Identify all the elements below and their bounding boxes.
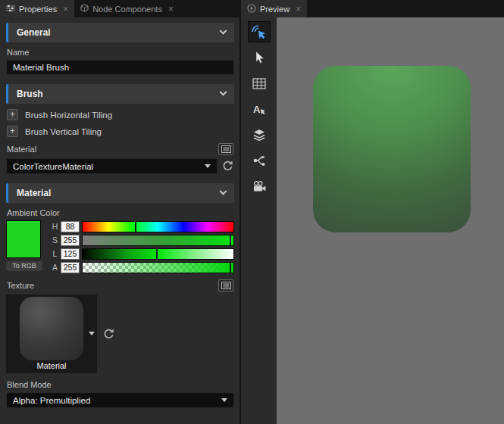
- play-circle-icon: [247, 4, 256, 14]
- close-icon[interactable]: ×: [296, 5, 301, 14]
- to-rgb-button[interactable]: To RGB: [6, 261, 42, 271]
- close-icon[interactable]: ×: [63, 5, 68, 14]
- asset-list-button[interactable]: [218, 143, 233, 155]
- slider-marker[interactable]: [156, 248, 158, 260]
- select-tool[interactable]: [248, 47, 271, 68]
- texture-name: Material: [36, 361, 66, 370]
- node-connections-tool[interactable]: [248, 150, 271, 171]
- tab-preview[interactable]: Preview ×: [241, 0, 307, 17]
- add-property-button[interactable]: +: [7, 126, 18, 137]
- saturation-slider[interactable]: [82, 235, 234, 246]
- texture-label: Texture: [7, 281, 34, 290]
- tab-node-components-label: Node Components: [92, 5, 162, 14]
- properties-panel: Properties × Node Components × General N…: [0, 0, 241, 424]
- svg-text:A: A: [253, 104, 261, 115]
- section-title: Material: [17, 188, 51, 198]
- channel-name: A: [52, 263, 58, 272]
- texture-picker[interactable]: Material: [6, 295, 97, 373]
- cursor-icon: [253, 51, 265, 64]
- close-icon[interactable]: ×: [168, 5, 174, 14]
- slider-marker[interactable]: [230, 261, 231, 274]
- swatch-column: To RGB: [6, 220, 46, 273]
- texture-label-row: Texture: [7, 279, 233, 292]
- preview-panel: Preview × A: [241, 0, 504, 424]
- color-swatch[interactable]: [6, 220, 41, 258]
- alpha-value-input[interactable]: 255: [61, 262, 80, 273]
- slider-marker[interactable]: [230, 234, 231, 247]
- text-cursor-icon: A: [252, 103, 266, 115]
- brush-vertical-tiling-row: + Brush Vertical Tiling: [7, 126, 233, 137]
- alpha-slider[interactable]: [82, 262, 234, 273]
- node-components-icon: [80, 4, 89, 14]
- node-graph-icon: [252, 154, 266, 167]
- lightness-row: L 125: [52, 248, 234, 260]
- properties-body: General Name Material Brush Brush + Brus…: [0, 17, 239, 424]
- texture-row: Material: [6, 295, 234, 373]
- channel-name: L: [52, 249, 58, 258]
- add-property-button[interactable]: +: [7, 109, 18, 120]
- asset-list-button[interactable]: [218, 279, 233, 292]
- channel-name: H: [52, 222, 58, 231]
- section-header-general[interactable]: General: [6, 23, 234, 42]
- blend-mode-dropdown[interactable]: Alpha: Premultiplied: [6, 392, 234, 408]
- section-header-material[interactable]: Material: [6, 183, 234, 203]
- brush-horizontal-tiling-label: Brush Horizontal Tiling: [25, 111, 112, 120]
- preview-viewport[interactable]: [277, 17, 504, 424]
- list-icon: [221, 282, 231, 289]
- material-reset-button[interactable]: [221, 160, 234, 173]
- saturation-value-input[interactable]: 255: [61, 235, 80, 246]
- dropdown-arrow-icon[interactable]: [89, 332, 95, 335]
- section-title: Brush: [17, 89, 43, 99]
- ambient-color-editor: To RGB H 88 S 255 L 125: [6, 220, 234, 273]
- left-tabbar: Properties × Node Components ×: [0, 0, 239, 17]
- material-dropdown-value: ColorTextureMaterial: [13, 162, 93, 171]
- hue-row: H 88: [52, 220, 234, 232]
- slider-marker[interactable]: [135, 220, 136, 233]
- dropdown-arrow-icon: [221, 398, 227, 402]
- grid-icon: [252, 78, 266, 89]
- preview-toolbar: A: [241, 17, 277, 424]
- name-label: Name: [7, 48, 233, 57]
- layers-icon: [252, 129, 266, 142]
- grid-tool[interactable]: [248, 73, 271, 94]
- camera-icon: [252, 181, 266, 192]
- layers-tool[interactable]: [248, 124, 271, 145]
- section-header-brush[interactable]: Brush: [6, 84, 234, 104]
- brush-vertical-tiling-label: Brush Vertical Tiling: [25, 127, 102, 136]
- texture-thumbnail[interactable]: [20, 297, 83, 360]
- brush-horizontal-tiling-row: + Brush Horizontal Tiling: [7, 109, 233, 120]
- material-dropdown[interactable]: ColorTextureMaterial: [6, 158, 218, 174]
- material-label-row: Material: [7, 143, 233, 155]
- tab-properties-label: Properties: [19, 5, 57, 14]
- channel-name: S: [52, 235, 58, 245]
- hue-value-input[interactable]: 88: [61, 221, 80, 232]
- lightness-value-input[interactable]: 125: [61, 248, 80, 260]
- section-title: General: [17, 27, 51, 38]
- chevron-down-icon: [220, 26, 227, 34]
- tab-properties[interactable]: Properties ×: [0, 0, 74, 17]
- reset-icon: [222, 161, 233, 172]
- lightness-slider[interactable]: [82, 248, 234, 260]
- app-window: Properties × Node Components × General N…: [0, 0, 504, 424]
- tab-node-components[interactable]: Node Components ×: [74, 0, 180, 17]
- name-input[interactable]: Material Brush: [6, 60, 234, 75]
- dropdown-arrow-icon: [205, 164, 211, 168]
- preview-material-brush-node[interactable]: [313, 66, 471, 232]
- reset-icon: [103, 329, 114, 340]
- hue-slider[interactable]: [82, 221, 234, 232]
- right-tabbar: Preview ×: [241, 0, 504, 17]
- material-label: Material: [7, 145, 36, 154]
- alpha-row: A 255: [52, 261, 234, 273]
- text-tool[interactable]: A: [248, 98, 271, 120]
- interact-tool[interactable]: [248, 21, 271, 42]
- texture-reset-button[interactable]: [102, 328, 115, 341]
- chevron-down-icon: [220, 187, 227, 195]
- camera-tool[interactable]: [248, 176, 271, 197]
- touch-interact-icon: [251, 24, 267, 40]
- list-icon: [221, 145, 231, 153]
- blend-mode-value: Alpha: Premultiplied: [13, 396, 90, 405]
- tab-preview-label: Preview: [260, 5, 290, 14]
- chevron-down-icon: [220, 88, 227, 95]
- properties-icon: [6, 5, 15, 14]
- material-dropdown-row: ColorTextureMaterial: [6, 158, 234, 174]
